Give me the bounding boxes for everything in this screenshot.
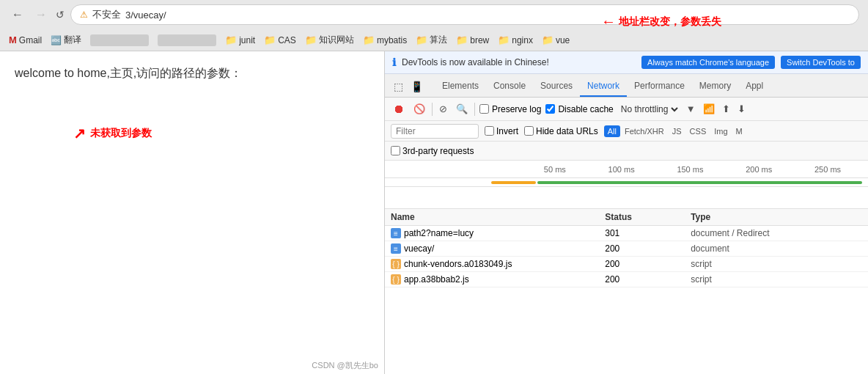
forward-button[interactable]: → (32, 7, 50, 23)
folder-icon-algorithm: 📁 (416, 34, 427, 45)
arrow-right-icon: ↗ (73, 125, 86, 142)
bookmark-brew[interactable]: 📁 brew (456, 34, 489, 45)
filter-media[interactable]: M (732, 125, 746, 137)
separator-1 (432, 103, 433, 116)
filter-fetch-xhr[interactable]: Fetch/XHR (621, 125, 668, 137)
tab-network[interactable]: Network (580, 76, 627, 97)
filter-icon[interactable]: ⊘ (437, 102, 449, 116)
timeline-250ms: 250 ms (814, 165, 841, 174)
table-row[interactable]: ≡ vuecay/ 200 document (385, 241, 868, 257)
upload-icon[interactable]: ⬆ (721, 102, 732, 116)
page-content: welcome to home,主页,访问的路径的参数： ↗ 未获取到参数 CS… (0, 51, 384, 374)
inspect-icon[interactable]: ⬚ (392, 79, 405, 94)
filter-css[interactable]: CSS (686, 125, 710, 137)
preserve-log-label[interactable]: Preserve log (479, 104, 541, 114)
separator-2 (474, 103, 475, 116)
info-icon: ℹ (392, 56, 396, 68)
wifi-icon[interactable]: 📶 (702, 102, 716, 116)
preserve-log-checkbox[interactable] (479, 104, 489, 114)
bookmark-knowledge[interactable]: 📁 知识网站 (305, 34, 354, 46)
timeline-labels: 50 ms 100 ms 150 ms 200 ms 250 ms (523, 165, 862, 174)
third-party-label[interactable]: 3rd-party requests (391, 146, 474, 156)
hide-data-urls-checkbox[interactable] (524, 126, 534, 136)
row-name-0: ≡ path2?name=lucy (391, 228, 605, 238)
script-icon-2: { } (391, 259, 401, 269)
devtools-info-bar: ℹ DevTools is now available in Chinese! … (385, 51, 868, 74)
bookmark-translate[interactable]: 🔤 翻译 (51, 34, 81, 46)
timeline-header: 50 ms 100 ms 150 ms 200 ms 250 ms (385, 161, 868, 178)
bookmark-gmail[interactable]: M Gmail (9, 34, 42, 45)
tab-sources[interactable]: Sources (533, 76, 580, 97)
always-match-button[interactable]: Always match Chrome's language (641, 56, 775, 69)
row-status-3: 200 (605, 274, 691, 285)
header-type: Type (691, 212, 862, 222)
row-type-0: document / Redirect (691, 228, 862, 238)
timeline-200ms: 200 ms (746, 165, 772, 174)
row-status-0: 301 (605, 228, 691, 238)
device-icon[interactable]: 📱 (409, 79, 424, 94)
row-type-2: script (691, 259, 862, 269)
tab-elements[interactable]: Elements (435, 76, 486, 97)
folder-icon-junit: 📁 (225, 34, 237, 45)
filter-js[interactable]: JS (669, 125, 685, 137)
table-row[interactable]: { } chunk-vendors.a0183049.js 200 script (385, 257, 868, 272)
network-table: Name Status Type ≡ path2?name=lucy 301 d… (385, 209, 868, 374)
empty-row (385, 187, 868, 209)
throttle-dropdown-icon[interactable]: ▼ (685, 102, 697, 116)
invert-checkbox-label[interactable]: Invert (485, 126, 518, 136)
hide-data-urls-label[interactable]: Hide data URLs (524, 126, 598, 136)
folder-icon-mybatis: 📁 (363, 34, 375, 45)
doc-icon-1: ≡ (391, 243, 401, 254)
row-name-3: { } app.a38bbab2.js (391, 274, 605, 285)
csdn-watermark: CSDN @凯先生bo (312, 360, 378, 371)
disable-cache-label[interactable]: Disable cache (545, 104, 613, 114)
table-row[interactable]: { } app.a38bbab2.js 200 script (385, 272, 868, 287)
bookmark-mybatis[interactable]: 📁 mybatis (363, 34, 407, 45)
lock-icon: ⚠ (80, 10, 88, 20)
third-party-checkbox[interactable] (391, 146, 400, 155)
script-icon-3: { } (391, 274, 401, 285)
tab-console[interactable]: Console (486, 76, 533, 97)
record-button[interactable]: ⏺ (391, 101, 407, 117)
bookmark-algorithm[interactable]: 📁 算法 (416, 34, 447, 46)
bookmark-vue[interactable]: 📁 vue (542, 34, 570, 45)
reload-button[interactable]: ↺ (56, 9, 65, 21)
folder-icon-nginx: 📁 (498, 34, 510, 45)
tab-memory[interactable]: Memory (692, 76, 738, 97)
switch-devtools-button[interactable]: Switch DevTools to (781, 56, 861, 69)
timeline-150ms: 150 ms (677, 165, 703, 174)
filter-input[interactable] (391, 124, 479, 139)
bookmark-placeholder1 (90, 34, 149, 46)
search-icon[interactable]: 🔍 (454, 102, 470, 116)
download-icon[interactable]: ⬇ (736, 102, 747, 116)
invert-checkbox[interactable] (485, 126, 494, 136)
row-type-3: script (691, 274, 862, 285)
address-text: 3/vuecay/ (125, 10, 850, 21)
filter-img[interactable]: Img (710, 125, 731, 137)
param-annotation: ↗ 未获取到参数 (73, 125, 152, 142)
devtools-toolbar: ⏺ 🚫 ⊘ 🔍 Preserve log Disable cache No th… (385, 98, 868, 121)
clear-button[interactable]: 🚫 (411, 102, 427, 116)
devtools-panel: ℹ DevTools is now available in Chinese! … (384, 51, 868, 374)
filter-all[interactable]: All (604, 125, 620, 137)
tab-performance[interactable]: Performance (627, 76, 692, 97)
table-row[interactable]: ≡ path2?name=lucy 301 document / Redirec… (385, 226, 868, 241)
row-type-1: document (691, 243, 862, 254)
bookmark-cas[interactable]: 📁 CAS (264, 34, 296, 45)
throttle-select[interactable]: No throttling Slow 3G Fast 3G (618, 103, 680, 115)
disable-cache-checkbox[interactable] (545, 104, 555, 114)
waterfall-bar (385, 178, 868, 187)
address-bar[interactable]: ⚠ 不安全 3/vuecay/ (70, 4, 859, 25)
doc-icon-0: ≡ (391, 228, 401, 238)
waterfall-orange (491, 181, 536, 184)
bookmark-junit[interactable]: 📁 junit (225, 34, 255, 45)
devtools-info-text: DevTools is now available in Chinese! (402, 57, 636, 67)
tab-application[interactable]: Appl (738, 76, 770, 97)
back-button[interactable]: ← (9, 7, 26, 23)
folder-icon-brew: 📁 (456, 34, 468, 45)
bookmark-nginx[interactable]: 📁 nginx (498, 34, 533, 45)
bookmark-placeholder2 (158, 34, 216, 46)
page-main-text: welcome to home,主页,访问的路径的参数： (15, 66, 369, 81)
filter-type-buttons: All Fetch/XHR JS CSS Img M (604, 125, 746, 137)
translate-icon: 🔤 (51, 35, 62, 45)
